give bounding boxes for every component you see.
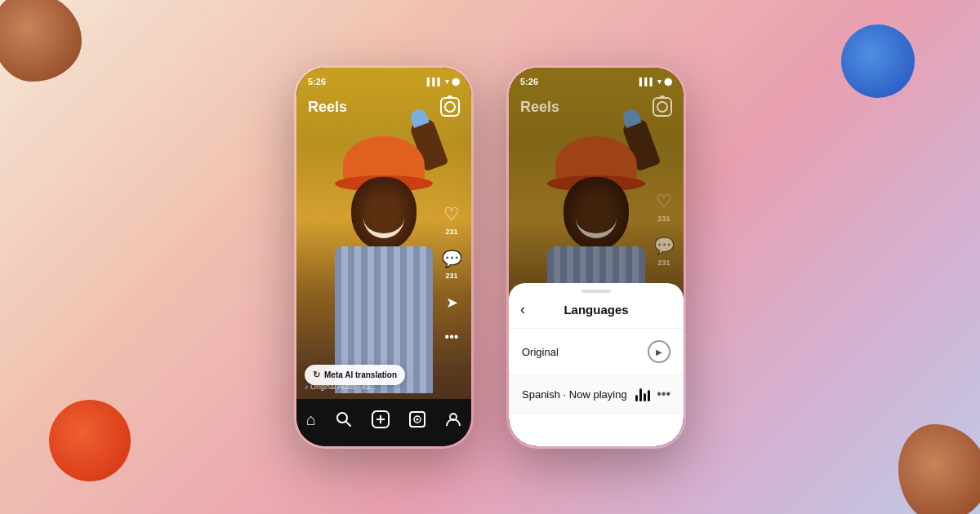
play-circle-icon[interactable]: ▶ (648, 340, 670, 363)
languages-title: Languages (564, 303, 628, 317)
original-language-row[interactable]: Original ▶ (509, 329, 684, 375)
face (351, 177, 416, 250)
original-label: Original (522, 346, 559, 358)
nav-reels[interactable] (409, 411, 425, 428)
svg-point-0 (337, 413, 347, 423)
spanish-label: Spanish · Now playing (522, 388, 627, 401)
more-icon: ••• (440, 326, 463, 348)
drag-handle (581, 290, 611, 293)
phone-2: 5:26 ▌▌▌ ▾ ⬤ Reels ♡ 231 (506, 65, 686, 449)
bar-2 (639, 388, 642, 401)
phone-1: 5:26 ▌▌▌ ▾ ⬤ Reels ♡ 231 (294, 65, 474, 449)
camera-icon-2[interactable] (653, 97, 672, 117)
language-panel: ‹ Languages Original ▶ Spanish · Now pla… (509, 283, 684, 446)
bar-3 (644, 393, 646, 401)
ai-translation-label: Meta AI translation (324, 370, 397, 379)
nav-home[interactable]: ⌂ (306, 410, 316, 429)
like-count-2: 231 (657, 215, 670, 223)
back-button[interactable]: ‹ (520, 301, 525, 318)
phone-1-inner: 5:26 ▌▌▌ ▾ ⬤ Reels ♡ 231 (296, 68, 471, 446)
bar-4 (648, 390, 650, 401)
phones-container: 5:26 ▌▌▌ ▾ ⬤ Reels ♡ 231 (0, 0, 980, 514)
spanish-language-row[interactable]: Spanish · Now playing ••• (509, 375, 684, 414)
nav-search[interactable] (336, 411, 352, 428)
comment-count-2: 231 (657, 259, 670, 267)
person-silhouette (310, 104, 457, 397)
status-icons-2: ▌▌▌ ▾ ⬤ (639, 78, 672, 86)
right-actions-1: ♡ 231 💬 231 ➤ ••• (440, 203, 463, 348)
lang-header: ‹ Languages (509, 301, 684, 329)
more-options-icon[interactable]: ••• (657, 387, 670, 401)
bottom-nav-1: ⌂ (296, 399, 471, 446)
like-count: 231 (445, 228, 457, 236)
share-icon: ➤ (440, 291, 463, 314)
right-actions-2: ♡ 231 💬 231 (653, 190, 675, 267)
like-action-2: ♡ 231 (653, 190, 675, 223)
reels-header-1: Reels (296, 91, 471, 123)
svg-point-7 (416, 419, 418, 421)
status-bar-2: 5:26 ▌▌▌ ▾ ⬤ (509, 68, 684, 91)
comment-icon: 💬 (440, 247, 463, 270)
like-action[interactable]: ♡ 231 (440, 203, 463, 236)
nav-create[interactable] (372, 410, 390, 428)
svg-line-1 (346, 422, 350, 426)
ai-translation-button[interactable]: ↻ Meta AI translation (305, 365, 405, 385)
comment-icon-2: 💬 (653, 234, 675, 257)
heart-icon-2: ♡ (653, 190, 675, 213)
reels-title-2: Reels (520, 99, 559, 116)
original-play-indicator: ▶ (648, 340, 670, 363)
comment-action-2: 💬 231 (653, 234, 675, 267)
refresh-icon: ↻ (313, 370, 320, 380)
share-action[interactable]: ➤ (440, 291, 463, 314)
more-action[interactable]: ••• (440, 326, 463, 348)
comment-count: 231 (445, 272, 457, 280)
comment-action[interactable]: 💬 231 (440, 247, 463, 280)
reels-title-1: Reels (308, 99, 347, 116)
heart-icon: ♡ (440, 203, 463, 226)
smile (363, 218, 404, 238)
status-icons-1: ▌▌▌ ▾ ⬤ (427, 78, 460, 86)
bar-1 (635, 395, 638, 401)
reels-header-2: Reels (509, 91, 684, 123)
status-time-1: 5:26 (308, 77, 326, 86)
status-bar-1: 5:26 ▌▌▌ ▾ ⬤ (296, 68, 471, 91)
camera-icon-1[interactable] (440, 97, 460, 117)
audio-bars-icon (635, 387, 650, 401)
face-2 (564, 177, 629, 250)
phone-2-inner: 5:26 ▌▌▌ ▾ ⬤ Reels ♡ 231 (509, 68, 684, 446)
spanish-play-indicator: ••• (635, 387, 670, 401)
nav-profile[interactable] (445, 411, 461, 428)
status-time-2: 5:26 (520, 77, 538, 86)
smile-2 (576, 218, 617, 238)
